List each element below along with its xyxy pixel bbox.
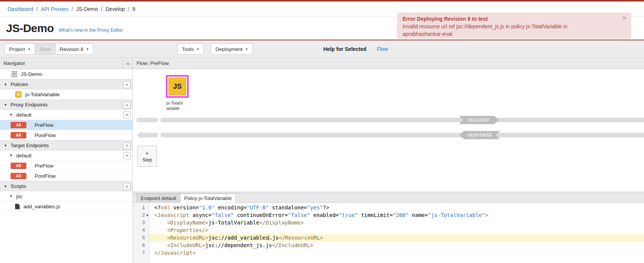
deployment-menu-label: Deployment: [215, 46, 243, 52]
code-token: continueOnError=: [234, 212, 288, 218]
nav-section-policies[interactable]: ▼Policies+: [0, 79, 132, 89]
code-token: <ResourceURL>: [167, 235, 209, 241]
code-token: jsc://add_variables: [208, 235, 269, 241]
add-button[interactable]: +: [123, 183, 131, 190]
add-button[interactable]: +: [123, 102, 131, 109]
save-button[interactable]: Save: [35, 43, 55, 55]
nav-flow-postflow[interactable]: AllPostFlow: [0, 130, 132, 140]
nav-flow-postflow[interactable]: AllPostFlow: [0, 171, 132, 181]
code-token: timeLimit=: [358, 212, 393, 218]
chevron-expanded-icon: ▼: [4, 185, 7, 188]
nav-item-js-demo[interactable]: JS-Demo: [0, 69, 132, 79]
policy-node-js-totalvariable[interactable]: JS: [166, 75, 189, 98]
code-token: "200": [393, 212, 409, 218]
breadcrumb-separator: /: [101, 6, 103, 12]
code-line-2[interactable]: 2▼<Javascript async="false" continueOnEr…: [133, 211, 644, 219]
tab-policy-js-totalvariable[interactable]: Policy js-TotalVariable: [180, 194, 236, 203]
close-icon[interactable]: ×: [622, 15, 626, 21]
nav-flow-label: PreFlow: [35, 122, 54, 128]
code-line-content: <Javascript async="false" continueOnErro…: [149, 211, 644, 219]
tools-menu-button[interactable]: Tools ▼: [177, 43, 204, 55]
chevron-expanded-icon: ▼: [4, 83, 7, 86]
tab-endpoint-default[interactable]: Endpoint default: [137, 194, 180, 203]
code-line-7[interactable]: 7</Javascript>: [133, 249, 644, 257]
add-step-label: Step: [142, 157, 152, 163]
error-notification-title: Error Deploying Revision 8 to test: [403, 15, 616, 23]
chevron-expanded-icon: ▼: [4, 144, 7, 148]
code-token: "UTF-8": [246, 205, 269, 211]
code-token: <IncludeURL>: [167, 242, 205, 248]
help-flow-link[interactable]: Flow: [377, 40, 388, 57]
help-for-selected-label: Help for Selected: [323, 40, 366, 57]
proxy-doc-icon: [12, 71, 17, 77]
code-line-content: <IncludeURL>jsc://dependent_js.js</Inclu…: [149, 241, 644, 249]
revision-menu-button[interactable]: Revision 8 ▼: [55, 43, 94, 55]
nav-flow-preflow[interactable]: AllPreFlow: [0, 120, 132, 130]
whats-new-link[interactable]: What's new in the Proxy Editor: [59, 28, 123, 33]
add-button[interactable]: +: [123, 142, 131, 149]
editor-tab-bar: Endpoint defaultPolicy js-TotalVariable: [133, 194, 644, 203]
save-button-label: Save: [39, 46, 51, 52]
project-menu-button[interactable]: Project ▼: [5, 43, 35, 55]
error-notification-message: Invalid resource url ref jsc://dependent…: [403, 23, 616, 30]
nav-section-target-endpoints[interactable]: ▼Target Endpoints+: [0, 140, 132, 151]
chevron-expanded-icon: ▼: [9, 113, 13, 117]
code-line-3[interactable]: 3 <DisplayName>js-TotalVariable</Display…: [133, 219, 644, 226]
nav-flow-preflow[interactable]: AllPreFlow: [0, 161, 132, 171]
code-lines: 1<?xml version="1.0" encoding="UTF-8" st…: [133, 203, 644, 257]
error-notification: Error Deploying Revision 8 to test Inval…: [397, 12, 631, 39]
chevron-expanded-icon: ▼: [4, 103, 7, 107]
code-editor[interactable]: 1<?xml version="1.0" encoding="UTF-8" st…: [133, 203, 644, 263]
add-step-button[interactable]: + Step: [137, 146, 157, 167]
proxy-editor-app: Dashboard/API Proxies/JS-Demo/Develop/8 …: [0, 0, 644, 263]
tools-menu-label: Tools: [182, 46, 194, 52]
code-token: [154, 235, 167, 241]
code-token: >: [485, 212, 488, 218]
fold-toggle-icon[interactable]: ▼: [146, 212, 149, 219]
response-flow-label: RESPONSE: [460, 131, 500, 139]
code-line-5[interactable]: 5 <ResourceURL>jsc://add_variables.js</R…: [133, 234, 644, 241]
code-line-content: <ResourceURL>jsc://add_variables.js</Res…: [149, 234, 644, 241]
code-line-1[interactable]: 1<?xml version="1.0" encoding="UTF-8" st…: [133, 204, 644, 211]
nav-item-js-totalvariable[interactable]: JSjs-TotalVariable: [0, 89, 132, 100]
nav-section-proxy-endpoints[interactable]: ▼Proxy Endpoints+: [0, 100, 132, 110]
code-token: <Javascript: [154, 212, 189, 218]
chevron-down-icon: ▼: [197, 48, 200, 51]
plus-icon: +: [146, 150, 149, 156]
breadcrumb-separator: /: [37, 6, 38, 12]
code-token: </DisplayName>: [259, 220, 304, 226]
code-token: ?>: [323, 205, 329, 211]
nav-folder-default[interactable]: ▼default+: [0, 110, 132, 120]
line-number: 3: [133, 219, 149, 226]
collapse-panel-button[interactable]: «: [123, 58, 132, 69]
nav-folder-default[interactable]: ▼default+: [0, 151, 132, 161]
code-token: </Javascript>: [154, 250, 196, 256]
js-policy-icon: JS: [15, 91, 22, 98]
add-button[interactable]: +: [123, 152, 131, 159]
flow-header-label: Flow: PreFlow: [137, 60, 169, 66]
chevron-down-icon: ▼: [86, 48, 89, 51]
project-menu-label: Project: [9, 46, 25, 52]
nav-folder-jsc[interactable]: ▼jsc: [0, 191, 132, 201]
response-flow-bar: [161, 133, 644, 137]
breadcrumb-item-api-proxies[interactable]: API Proxies: [41, 6, 68, 12]
code-line-content: </Javascript>: [149, 249, 644, 257]
line-number: 2▼: [133, 211, 149, 219]
code-token: <Properties/>: [167, 227, 209, 233]
nav-section-scripts[interactable]: ▼Scripts+: [0, 181, 132, 191]
page-title: JS-Demo: [6, 22, 54, 35]
breadcrumb-item-dashboard[interactable]: Dashboard: [8, 6, 34, 12]
deployment-menu-button[interactable]: Deployment ▼: [211, 43, 253, 55]
all-conditions-badge: All: [11, 122, 26, 128]
code-line-content: <Properties/>: [149, 226, 644, 234]
code-token: .js: [269, 235, 278, 241]
code-token: "false": [212, 212, 234, 218]
add-button[interactable]: +: [123, 81, 131, 88]
add-button[interactable]: +: [123, 111, 131, 118]
response-flow-bar-segment: [142, 133, 158, 137]
all-conditions-badge: All: [11, 132, 26, 138]
code-line-6[interactable]: 6 <IncludeURL>jsc://dependent_js.js</Inc…: [133, 241, 644, 249]
navigator-header-label: Navigator: [3, 60, 25, 66]
code-line-4[interactable]: 4 <Properties/>: [133, 226, 644, 234]
nav-item-add-variables.js[interactable]: add_variables.js: [0, 201, 132, 212]
